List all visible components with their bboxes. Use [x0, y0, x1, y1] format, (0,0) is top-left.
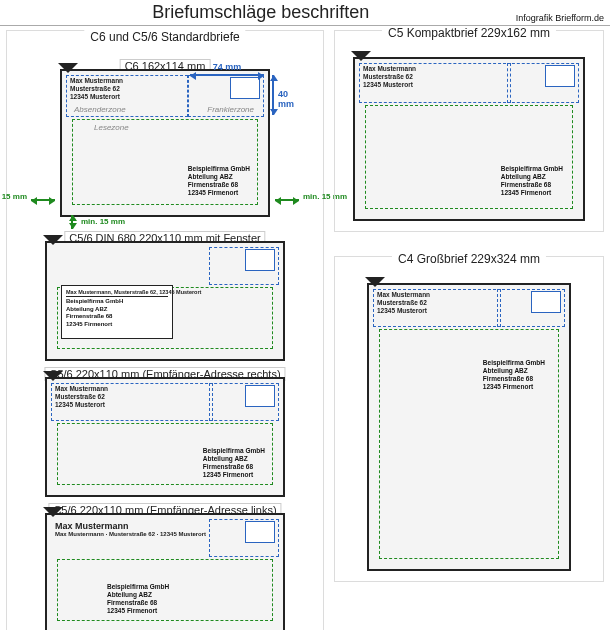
stamp-box	[531, 291, 561, 313]
flap-icon	[351, 51, 371, 61]
flap-icon	[58, 63, 78, 73]
group-c4: C4 Großbrief 229x324 mm Max Mustermann M…	[334, 256, 604, 582]
flap-icon	[43, 235, 63, 245]
recipient-block: Beispielfirma GmbH Abteilung ABZ Firmens…	[483, 359, 545, 392]
left-group-label: C6 und C5/6 Standardbriefe	[84, 30, 245, 44]
title-bar: Briefumschläge beschriften Infografik Br…	[0, 0, 610, 26]
stamp-box	[245, 385, 275, 407]
meas-min15-left: min. 15 mm	[31, 195, 55, 201]
meas-min15-right: min. 15 mm	[275, 195, 299, 201]
sender-block: Max Mustermann Musterstraße 62 12345 Mus…	[70, 77, 123, 101]
sender-l3: 12345 Musterort	[70, 93, 123, 101]
sender-oneline: Max Mustermann · Musterstraße 62 · 12345…	[55, 531, 206, 538]
envelope-c4-header: C4 Großbrief 229x324 mm	[392, 252, 546, 266]
recipient-l1: Beispielfirma GmbH	[188, 165, 250, 173]
recipient-block: Beispielfirma GmbH Abteilung ABZ Firmens…	[203, 447, 265, 480]
recipient-l4: 12345 Firmenort	[188, 189, 250, 197]
page-title: Briefumschläge beschriften	[6, 2, 516, 23]
site-label: Infografik Briefform.de	[516, 13, 604, 23]
recipient-block: Beispielfirma GmbH Abteilung ABZ Firmens…	[501, 165, 563, 198]
sender-name-large: Max Mustermann	[55, 521, 206, 531]
sender-l1: Max Mustermann	[70, 77, 123, 85]
columns: C6 und C5/6 Standardbriefe C6 162x114 mm…	[0, 26, 610, 630]
recipient-block: Beispielfirma GmbH Abteilung ABZ Firmens…	[107, 583, 169, 616]
sender-block: Max Mustermann Musterstraße 62 12345 Mus…	[377, 291, 430, 315]
left-column: C6 und C5/6 Standardbriefe C6 162x114 mm…	[6, 30, 324, 630]
sender-l2: Musterstraße 62	[70, 85, 123, 93]
flap-icon	[43, 507, 63, 517]
recipient-l3: Firmenstraße 68	[188, 181, 250, 189]
flap-icon	[365, 277, 385, 287]
flap-icon	[43, 371, 63, 381]
sender-oneline: Max Mustermann, Musterstraße 62, 12345 M…	[66, 289, 168, 297]
label-absender: Absenderzone	[74, 105, 126, 114]
stamp-box	[245, 521, 275, 543]
meas-40mm: 40 mm	[272, 75, 298, 115]
recipient-block: Beispielfirma GmbH Abteilung ABZ Firmens…	[188, 165, 250, 198]
label-frankier: Frankierzone	[207, 105, 254, 114]
sender-block: Max Mustermann Musterstraße 62 12345 Mus…	[55, 385, 108, 409]
recipient-l2: Abteilung ABZ	[188, 173, 250, 181]
meas-74mm: 74 mm	[190, 62, 264, 76]
address-window: Max Mustermann, Musterstraße 62, 12345 M…	[61, 285, 173, 339]
envelope-c56-right: C5/6 220x110 mm (Empfänger-Adresse recht…	[35, 377, 295, 497]
envelope-c56-window: C5/6 DIN 680 220x110 mm mit Fenster Max …	[35, 241, 295, 361]
envelope-c5-header: C5 Kompaktbrief 229x162 mm	[382, 26, 556, 40]
stamp-box	[230, 77, 260, 99]
right-column: C5 Kompaktbrief 229x162 mm Max Musterman…	[334, 30, 604, 630]
left-group: C6 und C5/6 Standardbriefe C6 162x114 mm…	[6, 30, 324, 630]
envelope-c56-left: C5/6 220x110 mm (Empfänger-Adresse links…	[35, 513, 295, 630]
stamp-box	[245, 249, 275, 271]
stamp-box	[545, 65, 575, 87]
label-lese: Lesezone	[94, 123, 129, 132]
group-c5: C5 Kompaktbrief 229x162 mm Max Musterman…	[334, 30, 604, 232]
sender-block: Max Mustermann Musterstraße 62 12345 Mus…	[363, 65, 416, 89]
envelope-c6: C6 162x114 mm Max Mustermann Musterstraß…	[35, 69, 295, 217]
